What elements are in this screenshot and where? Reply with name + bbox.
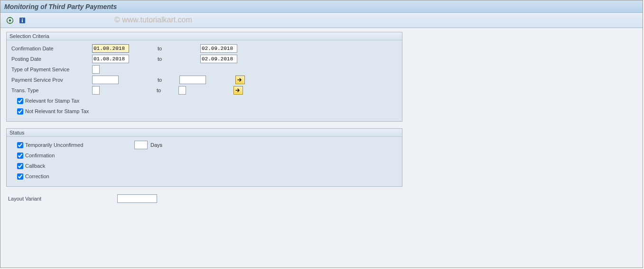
label-days: Days (150, 142, 162, 148)
row-confirmation: Confirmation (11, 150, 397, 161)
row-confirmation-date: Confirmation Date to (11, 43, 397, 54)
checkbox-temp-unconfirmed[interactable] (17, 142, 23, 148)
checkbox-confirmation[interactable] (17, 153, 23, 159)
label-relevant-stamp: Relevant for Stamp Tax (25, 98, 79, 104)
label-correction: Correction (25, 173, 49, 179)
row-payment-service-prov: Payment Service Prov to (11, 75, 397, 85)
label-trans-type: Trans. Type (11, 87, 92, 93)
content-area: Selection Criteria Confirmation Date to … (0, 28, 643, 268)
info-button[interactable] (18, 16, 27, 25)
label-layout-variant: Layout Variant (8, 196, 117, 202)
input-trans-type-to[interactable] (178, 86, 186, 95)
title-bar: Monitoring of Third Party Payments (0, 0, 643, 13)
label-temp-unconfirmed: Temporarily Unconfirmed (25, 142, 134, 148)
group-status: Status Temporarily Unconfirmed Days Conf… (6, 128, 402, 187)
input-layout-variant[interactable] (117, 194, 157, 203)
checkbox-correction[interactable] (17, 173, 23, 180)
input-payment-service-prov-to[interactable] (179, 76, 206, 84)
row-trans-type: Trans. Type to (11, 85, 397, 96)
group-legend-selection: Selection Criteria (7, 32, 402, 40)
arrow-right-icon (235, 88, 241, 93)
checkbox-relevant-stamp[interactable] (17, 98, 23, 104)
label-confirmation-date: Confirmation Date (11, 46, 92, 51)
row-posting-date: Posting Date to (11, 54, 397, 64)
checkbox-not-relevant-stamp[interactable] (17, 108, 23, 115)
row-layout-variant: Layout Variant (6, 193, 402, 204)
input-payment-service-type[interactable] (92, 65, 100, 74)
label-confirmation: Confirmation (25, 153, 55, 158)
input-days[interactable] (134, 141, 148, 149)
label-posting-date: Posting Date (11, 56, 92, 62)
group-legend-status: Status (7, 129, 402, 137)
row-correction: Correction (11, 171, 397, 182)
input-payment-service-prov-from[interactable] (92, 76, 119, 84)
row-callback: Callback (11, 161, 397, 171)
app-window: Monitoring of Third Party Payments © www… (0, 0, 643, 268)
input-confirmation-date-to[interactable] (200, 44, 237, 53)
input-posting-date-to[interactable] (200, 55, 237, 63)
info-icon (19, 17, 26, 24)
input-posting-date-from[interactable] (92, 55, 129, 63)
page-title: Monitoring of Third Party Payments (4, 3, 117, 10)
svg-rect-5 (22, 19, 23, 19)
input-confirmation-date-from[interactable] (92, 44, 129, 53)
execute-icon (6, 17, 14, 24)
row-not-relevant-stamp: Not Relevant for Stamp Tax (11, 106, 397, 116)
label-to-trans: to (100, 87, 178, 93)
label-to-confirmation: to (129, 46, 200, 51)
row-relevant-stamp: Relevant for Stamp Tax (11, 96, 397, 106)
multiselect-button-psp[interactable] (235, 76, 245, 84)
checkbox-callback[interactable] (17, 163, 23, 169)
group-selection-criteria: Selection Criteria Confirmation Date to … (6, 32, 402, 122)
label-to-psp: to (119, 77, 179, 83)
input-trans-type-from[interactable] (92, 86, 100, 95)
label-to-posting: to (129, 56, 200, 62)
multiselect-button-trans[interactable] (233, 86, 243, 95)
label-callback: Callback (25, 163, 45, 169)
row-temp-unconfirmed: Temporarily Unconfirmed Days (11, 140, 397, 150)
svg-point-1 (9, 19, 11, 21)
watermark-text: © www.tutorialkart.com (114, 16, 192, 24)
toolbar: © www.tutorialkart.com (0, 13, 643, 28)
execute-button[interactable] (5, 16, 15, 25)
row-payment-service-type: Type of Payment Service (11, 64, 397, 75)
label-payment-service-prov: Payment Service Prov (11, 77, 92, 83)
label-not-relevant-stamp: Not Relevant for Stamp Tax (25, 108, 89, 114)
svg-rect-6 (22, 20, 23, 22)
arrow-right-icon (237, 77, 243, 82)
label-payment-service-type: Type of Payment Service (11, 67, 92, 72)
